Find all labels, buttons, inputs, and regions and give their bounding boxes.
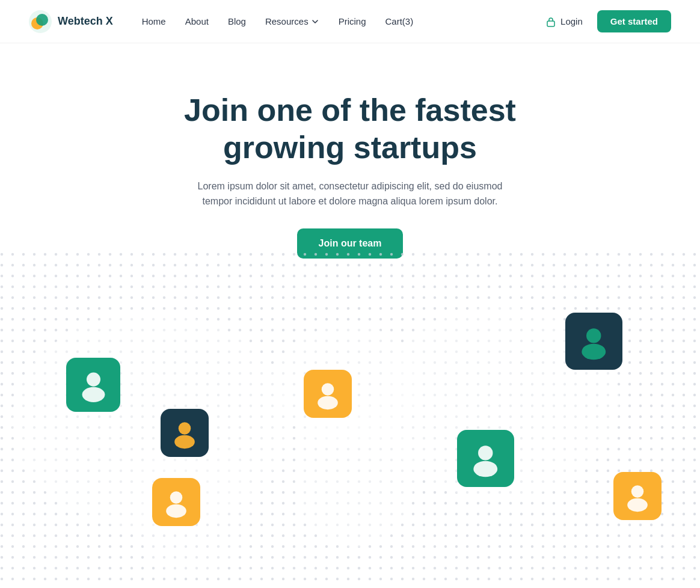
svg-point-16 <box>174 435 195 449</box>
logo-text: Webtech X <box>58 15 113 28</box>
svg-point-23 <box>631 485 644 498</box>
svg-point-17 <box>586 328 601 343</box>
nav-resources[interactable]: Resources <box>265 16 319 26</box>
svg-point-21 <box>170 491 183 504</box>
svg-point-24 <box>627 498 648 512</box>
avatar-card-7 <box>613 472 662 520</box>
svg-point-12 <box>82 387 105 402</box>
nav-home[interactable]: Home <box>142 16 166 26</box>
svg-point-22 <box>166 504 186 518</box>
nav-about[interactable]: About <box>185 16 209 26</box>
avatar-card-1 <box>66 358 120 412</box>
svg-point-18 <box>582 344 606 360</box>
lock-icon <box>545 16 556 27</box>
svg-point-20 <box>474 461 498 477</box>
chevron-down-icon <box>311 17 319 26</box>
hero-subtext: Lorem ipsum dolor sit amet, consectetur … <box>182 179 518 209</box>
svg-rect-3 <box>547 21 554 26</box>
svg-point-19 <box>478 446 493 460</box>
nav-pricing[interactable]: Pricing <box>339 16 366 26</box>
avatar-card-4 <box>565 313 622 370</box>
navbar: Webtech X Home About Blog Resources Pric… <box>0 0 700 43</box>
svg-point-9 <box>295 403 415 547</box>
nav-links: Home About Blog Resources Pricing Cart(3… <box>142 16 545 26</box>
svg-point-2 <box>36 14 48 26</box>
dot-map-bg <box>0 253 700 588</box>
nav-right: Login Get started <box>545 10 671 32</box>
nav-blog[interactable]: Blog <box>228 16 246 26</box>
avatar-card-5 <box>457 430 514 487</box>
hero-headline: Join one of the fastest growing startups <box>146 91 554 167</box>
login-button[interactable]: Login <box>545 16 583 27</box>
logo[interactable]: Webtech X <box>29 10 113 33</box>
nav-cart[interactable]: Cart(3) <box>385 16 414 26</box>
hero-section: Join one of the fastest growing startups… <box>0 43 700 259</box>
svg-point-15 <box>179 422 191 435</box>
avatar-card-2 <box>304 370 352 418</box>
avatar-card-3 <box>161 409 209 457</box>
avatar-card-6 <box>152 478 200 526</box>
svg-point-14 <box>318 396 338 409</box>
svg-point-13 <box>322 383 334 396</box>
logo-icon <box>29 10 52 33</box>
map-section <box>0 253 700 588</box>
svg-point-11 <box>86 373 100 387</box>
get-started-button[interactable]: Get started <box>597 10 671 32</box>
